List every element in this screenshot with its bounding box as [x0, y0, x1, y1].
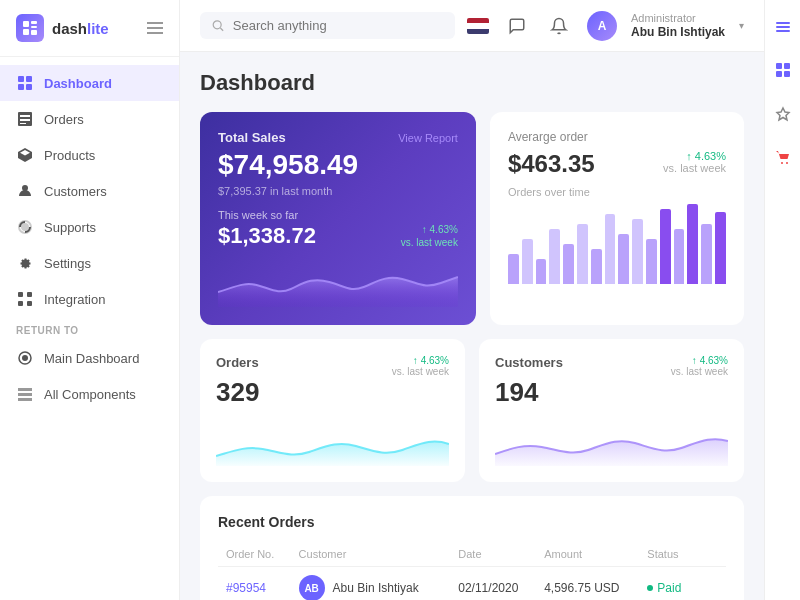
bar [660, 209, 671, 284]
svg-rect-23 [776, 71, 782, 77]
bottom-cards-row: Orders ↑ 4.63% vs. last week 329 [200, 339, 744, 482]
svg-point-16 [213, 20, 221, 28]
bar [618, 234, 629, 284]
svg-point-26 [781, 162, 783, 164]
topbar: A Administrator Abu Bin Ishtiyak ▾ [180, 0, 764, 52]
view-report-link[interactable]: View Report [398, 132, 458, 144]
customer-avatar: AB [299, 575, 325, 600]
customers-card: Customers ↑ 4.63% vs. last week 194 [479, 339, 744, 482]
total-sales-card: Total Sales View Report $74,958.49 $7,39… [200, 112, 476, 325]
admin-info: Administrator Abu Bin Ishtiyak [631, 12, 725, 40]
svg-rect-8 [26, 84, 32, 90]
svg-rect-6 [26, 76, 32, 82]
rp-star-icon[interactable] [769, 100, 797, 128]
main-dashboard-icon [16, 349, 34, 367]
svg-rect-18 [776, 22, 790, 24]
sidebar-item-integration[interactable]: Integration [0, 281, 179, 317]
svg-rect-20 [776, 30, 790, 32]
avatar[interactable]: A [587, 11, 617, 41]
orders-over-time-label: Orders over time [508, 186, 726, 198]
svg-rect-24 [784, 71, 790, 77]
sidebar-item-customers[interactable]: Customers [0, 173, 179, 209]
col-order-no: Order No. [218, 542, 291, 567]
orders-icon [16, 110, 34, 128]
bar [605, 214, 616, 284]
page-title: Dashboard [200, 70, 744, 96]
hamburger-button[interactable] [147, 22, 163, 34]
svg-point-15 [22, 355, 28, 361]
svg-line-17 [220, 27, 223, 30]
svg-rect-13 [27, 301, 32, 306]
sidebar-logo: dashlite [0, 0, 179, 57]
customers-card-title: Customers [495, 355, 563, 370]
svg-rect-5 [18, 76, 24, 82]
svg-rect-21 [776, 63, 782, 69]
products-icon [16, 146, 34, 164]
table-row: #95954 AB Abu Bin Ishtiyak 02/11/2020 4,… [218, 567, 726, 601]
rp-grid-icon[interactable] [769, 56, 797, 84]
sidebar-item-main-dashboard[interactable]: Main Dashboard [0, 340, 179, 376]
topbar-icons: A Administrator Abu Bin Ishtiyak ▾ [467, 11, 744, 41]
svg-rect-1 [31, 21, 37, 24]
right-panel [764, 0, 800, 600]
chat-icon[interactable] [503, 12, 531, 40]
week-amount: $1,338.72 [218, 223, 316, 249]
col-status: Status [639, 542, 726, 567]
flag-icon[interactable] [467, 18, 489, 34]
order-status: Paid [639, 567, 726, 601]
search-input[interactable] [233, 18, 443, 33]
bar [646, 239, 657, 284]
sidebar-item-settings[interactable]: Settings [0, 245, 179, 281]
svg-rect-4 [31, 30, 37, 35]
sidebar-item-products[interactable]: Products [0, 137, 179, 173]
total-sales-subtext: $7,395.37 in last month [218, 185, 458, 197]
bar [549, 229, 560, 284]
total-sales-amount: $74,958.49 [218, 149, 458, 181]
col-customer: Customer [291, 542, 451, 567]
sidebar-item-all-components[interactable]: All Components [0, 376, 179, 412]
customers-icon [16, 182, 34, 200]
orders-wave [216, 416, 449, 466]
search-icon [212, 19, 225, 33]
supports-icon [16, 218, 34, 236]
customers-wave [495, 416, 728, 466]
logo-icon [16, 14, 44, 42]
rp-cart-icon[interactable] [769, 144, 797, 172]
sidebar-item-dashboard[interactable]: Dashboard [0, 65, 179, 101]
main-content: A Administrator Abu Bin Ishtiyak ▾ Dashb… [180, 0, 764, 600]
notification-icon[interactable] [545, 12, 573, 40]
customers-percent: ↑ 4.63% vs. last week [671, 355, 728, 377]
svg-rect-3 [23, 29, 29, 35]
search-box[interactable] [200, 12, 455, 39]
svg-rect-10 [18, 292, 23, 297]
total-sales-title: Total Sales [218, 130, 286, 145]
svg-rect-2 [31, 26, 37, 28]
admin-label: Administrator [631, 12, 725, 25]
sidebar-item-orders[interactable]: Orders [0, 101, 179, 137]
bar [577, 224, 588, 284]
avg-order-percent: ↑ 4.63% vs. last week [663, 150, 726, 174]
orders-card-title: Orders [216, 355, 259, 370]
rp-settings-icon[interactable] [769, 12, 797, 40]
top-cards-row: Total Sales View Report $74,958.49 $7,39… [200, 112, 744, 325]
total-sales-wave [218, 257, 458, 307]
order-number[interactable]: #95954 [218, 567, 291, 601]
return-to-label: RETURN TO [0, 317, 179, 340]
all-components-icon [16, 385, 34, 403]
customer-name: Abu Bin Ishtiyak [333, 581, 419, 595]
svg-rect-7 [18, 84, 24, 90]
bar [632, 219, 643, 284]
sidebar-item-supports[interactable]: Supports [0, 209, 179, 245]
sidebar-nav: Dashboard Orders Products Customers Supp… [0, 57, 179, 600]
chevron-down-icon[interactable]: ▾ [739, 20, 744, 31]
svg-point-27 [786, 162, 788, 164]
dashboard-icon [16, 74, 34, 92]
orders-table: Order No. Customer Date Amount Status #9… [218, 542, 726, 600]
bar [536, 259, 547, 284]
admin-name: Abu Bin Ishtiyak [631, 25, 725, 39]
col-date: Date [450, 542, 536, 567]
avg-order-card: Averarge order $463.35 ↑ 4.63% vs. last … [490, 112, 744, 325]
bar [715, 212, 726, 284]
logo-text: dashlite [52, 20, 109, 37]
order-date: 02/11/2020 [450, 567, 536, 601]
